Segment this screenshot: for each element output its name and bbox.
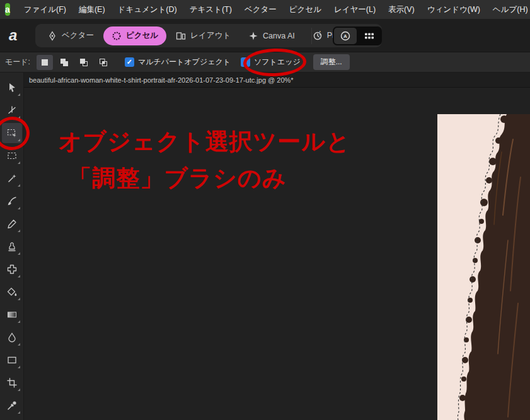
affinity-logo: a xyxy=(9,26,17,44)
circle-a-icon: A xyxy=(340,30,351,42)
gradient-tool-icon xyxy=(6,309,18,320)
view-toggle-group: A xyxy=(333,26,382,45)
persona-pixel-label: ピクセル xyxy=(126,30,158,41)
paint-brush-tool-icon xyxy=(6,195,18,207)
crop-tool-icon xyxy=(6,377,18,388)
rectangle-tool[interactable] xyxy=(2,350,22,370)
app-logo-icon[interactable]: a xyxy=(5,3,10,16)
canva-ai-button[interactable]: Canva AI xyxy=(240,26,303,45)
subtract-selection-icon xyxy=(79,57,89,67)
multipart-checkbox-group[interactable]: ✓ マルチパートオブジェクト xyxy=(125,57,231,67)
flood-select-tool-icon xyxy=(6,173,18,184)
menu-item-document[interactable]: ドキュメント(D) xyxy=(112,0,183,19)
new-selection-icon xyxy=(40,57,50,67)
apps-grid-icon xyxy=(364,30,375,42)
healing-brush-tool[interactable] xyxy=(2,259,22,279)
move-tool-icon xyxy=(6,82,18,93)
svg-text:A: A xyxy=(343,33,347,39)
menu-item-view[interactable]: 表示(V) xyxy=(382,0,421,19)
add-selection-icon xyxy=(59,57,69,67)
menu-item-window[interactable]: ウィンドウ(W) xyxy=(421,0,487,19)
menu-item-pixel[interactable]: ピクセル xyxy=(283,0,328,19)
persona-vector-label: ベクター xyxy=(62,30,94,41)
blur-tool[interactable] xyxy=(2,327,22,347)
clone-stamp-tool-icon xyxy=(6,241,18,252)
apps-grid-button[interactable] xyxy=(358,28,381,44)
canva-ai-label: Canva AI xyxy=(263,32,295,40)
mode-subtract-selection-button[interactable] xyxy=(76,55,92,70)
gradient-tool[interactable] xyxy=(2,305,22,325)
annotation-text-line1: オブジェクト選択ツールと xyxy=(58,126,350,158)
menu-item-help[interactable]: ヘルプ(H) xyxy=(487,0,530,19)
paint-brush-tool[interactable] xyxy=(2,191,22,211)
menu-item-edit[interactable]: 編集(E) xyxy=(72,0,112,19)
mode-add-selection-button[interactable] xyxy=(56,55,72,70)
menu-item-file[interactable]: ファイル(F) xyxy=(18,0,72,19)
color-picker-tool[interactable] xyxy=(2,395,22,416)
marquee-selection-tool-icon xyxy=(6,150,18,161)
menu-item-vector[interactable]: ベクター xyxy=(238,0,283,19)
crop-tool[interactable] xyxy=(2,373,22,393)
mode-intersect-selection-button[interactable] xyxy=(95,55,112,70)
persona-toolbar: a ベクター ピクセル レイアウト Canva AI Pixel コピー ⋮ A xyxy=(0,19,530,52)
persona-layout-label: レイアウト xyxy=(190,30,231,41)
pixel-persona-icon xyxy=(112,31,122,41)
document-tab[interactable]: beautiful-african-woman-white-t-shirt-po… xyxy=(29,76,294,84)
mode-label: モード: xyxy=(5,57,30,67)
blur-tool-icon xyxy=(6,332,18,343)
paint-bucket-tool-icon xyxy=(6,286,18,298)
multipart-checkbox-label[interactable]: マルチパートオブジェクト xyxy=(138,57,231,67)
annotation-text-line2: 「調整」ブラシのみ xyxy=(68,163,286,194)
menu-item-layer[interactable]: レイヤー(L) xyxy=(328,0,382,19)
menu-bar: a ファイル(F) 編集(E) ドキュメント(D) テキスト(T) ベクター ピ… xyxy=(0,0,530,19)
check-icon: ✓ xyxy=(127,58,132,66)
clone-stamp-tool[interactable] xyxy=(2,236,22,257)
sparkle-icon xyxy=(248,31,258,41)
pixel-pencil-tool[interactable] xyxy=(2,214,22,234)
multipart-checkbox[interactable]: ✓ xyxy=(125,57,134,67)
assistant-toggle-button[interactable]: A xyxy=(334,28,357,44)
toolbar-divider xyxy=(311,28,312,44)
mode-new-selection-button[interactable] xyxy=(37,55,53,70)
app-logo-letter: a xyxy=(5,4,10,15)
paint-bucket-tool[interactable] xyxy=(2,282,22,302)
persona-layout-button[interactable]: レイアウト xyxy=(168,26,239,45)
document-image[interactable] xyxy=(437,114,530,420)
adjust-button[interactable]: 調整... xyxy=(313,54,350,70)
flood-select-tool[interactable] xyxy=(2,168,22,189)
persona-vector-button[interactable]: ベクター xyxy=(39,26,102,45)
persona-switcher: ベクター ピクセル レイアウト Canva AI Pixel コピー xyxy=(35,24,382,47)
move-tool[interactable] xyxy=(2,78,22,98)
transform-tool-icon xyxy=(6,105,18,116)
more-options-button[interactable]: ⋮ xyxy=(315,29,325,40)
layout-persona-icon xyxy=(176,31,186,41)
menu-item-text[interactable]: テキスト(T) xyxy=(183,0,238,19)
pixel-pencil-tool-icon xyxy=(6,218,18,230)
portrait-image xyxy=(437,114,530,420)
color-picker-tool-icon xyxy=(6,400,18,411)
intersect-selection-icon xyxy=(98,57,108,67)
persona-pixel-button[interactable]: ピクセル xyxy=(103,26,166,45)
rectangle-tool-icon xyxy=(6,354,18,366)
healing-brush-tool-icon xyxy=(6,264,18,275)
vector-persona-icon xyxy=(47,31,57,41)
